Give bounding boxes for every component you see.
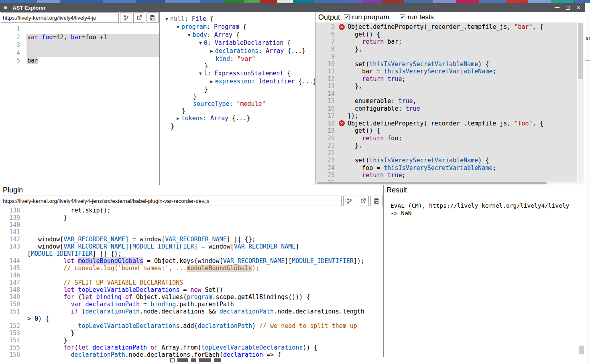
output-editor[interactable]: 5✕Object.defineProperty(_recorder_.tempf… — [315, 22, 577, 182]
ast-node-line[interactable]: ▶tokens: Array {...} — [160, 115, 315, 123]
code-line[interactable]: 12 return true; — [315, 75, 577, 83]
hamburger-menu-icon[interactable]: ≡ — [4, 4, 7, 11]
code-line[interactable]: 23 set(thisIsVererySecretVariableName) { — [315, 157, 577, 164]
ast-node-line[interactable]: ▼null: File { — [160, 15, 315, 23]
checkbox-run-program[interactable]: ✔run program — [344, 13, 389, 21]
code-line[interactable]: 139 } — [0, 214, 383, 221]
code-line[interactable]: 151 if (declarationPath.node.declaration… — [0, 308, 383, 315]
code-line[interactable]: 19 get() { — [315, 127, 577, 135]
code-line[interactable]: 147 // SPLIT UP VARIABLE DECLARATIONS — [0, 279, 383, 286]
close-button[interactable]: ✕ — [573, 3, 584, 12]
code-line[interactable]: 7 return bar; — [315, 38, 577, 46]
ast-node-line[interactable]: ▶declarations: Array {...} — [160, 47, 315, 55]
collapse-arrow-icon[interactable]: ▼ — [199, 70, 202, 77]
code-line[interactable]: 141 — [0, 229, 383, 236]
checkbox-box[interactable]: ✔ — [400, 14, 405, 20]
ast-node-line[interactable]: } — [160, 86, 315, 93]
ast-node-line[interactable]: } — [160, 123, 315, 130]
code-line[interactable]: 146 — [0, 272, 383, 279]
source-url-input[interactable] — [1, 12, 119, 23]
ast-node-line[interactable]: } — [160, 93, 315, 100]
code-line[interactable]: 15 enumerable: true, — [315, 97, 577, 105]
code-line[interactable]: 11 bar = thisIsVererySecretVariableName; — [315, 68, 577, 75]
code-line[interactable]: 6 get() { — [315, 31, 577, 38]
ast-node-line[interactable]: ▼1: ExpressionStatement { — [160, 70, 315, 78]
plugin-save-button[interactable] — [370, 196, 382, 206]
code-line[interactable]: 138 ret.skip(); — [0, 207, 383, 214]
output-vertical-scrollbar[interactable] — [578, 22, 584, 182]
code-line[interactable]: 156 declarationPath.node.declarations.fo… — [0, 351, 383, 357]
code-line[interactable]: 22 — [315, 150, 577, 157]
code-line[interactable]: 142 window[VAR_RECORDER_NAME] = window[V… — [0, 236, 383, 243]
checkbox-box[interactable]: ✔ — [344, 14, 350, 20]
background-edge-text: er — [585, 35, 590, 41]
code-line[interactable]: 148 let topLevelVariableDeclarations = n… — [0, 286, 383, 293]
collapse-arrow-icon[interactable]: ▼ — [177, 24, 179, 31]
ast-tree[interactable]: ▼null: File {▼program: Program {▼body: A… — [160, 15, 315, 130]
code-line[interactable]: 16 configurable: true — [315, 105, 577, 113]
code-line[interactable]: 2var foo=42, bar=foo +1 — [0, 34, 159, 42]
wallpaper-segment — [293, 0, 314, 3]
code-line[interactable]: 145 // console.log('bound names:', ...mo… — [0, 265, 383, 272]
scrollbar-thumb[interactable] — [317, 182, 547, 184]
code-line[interactable]: 25 return true; — [315, 172, 577, 179]
code-line[interactable]: 24 foo = thisIsVererySecretVariableName; — [315, 164, 577, 172]
collapse-arrow-icon[interactable]: ▼ — [199, 40, 202, 47]
expand-arrow-icon[interactable]: ▶ — [210, 78, 213, 85]
ast-node-line[interactable]: ▼0: VariableDeclaration { — [160, 39, 315, 47]
code-line[interactable]: 4 — [0, 49, 159, 57]
ast-node-line[interactable]: sourceType: "module" — [160, 100, 315, 107]
ast-node-line[interactable]: ▼body: Array { — [160, 31, 315, 39]
scrollbar-thumb[interactable] — [578, 23, 583, 79]
code-line[interactable]: 10 set(thisIsVererySecretVariableName) { — [315, 61, 577, 68]
code-line[interactable]: 150 var declarationPath = binding.path.p… — [0, 301, 383, 308]
code-line[interactable]: 143 window[VAR_RECORDER_NAME][MODULE_IDE… — [0, 243, 383, 250]
expand-arrow-icon[interactable]: ▶ — [177, 115, 179, 122]
code-line[interactable]: 144 let moduleBoundGlobals = Object.keys… — [0, 257, 383, 265]
expand-arrow-icon[interactable]: ▶ — [210, 48, 213, 55]
code-text: foo = thisIsVererySecretVariableName; — [347, 164, 577, 172]
code-line[interactable]: 152 topLevelVariableDeclarations.add(dec… — [0, 322, 383, 330]
ast-node-line[interactable]: ▶expression: Identifier {...} — [160, 78, 315, 86]
collapse-arrow-icon[interactable]: ▼ — [188, 32, 191, 39]
code-line[interactable]: 14 — [315, 90, 577, 98]
error-marker-icon[interactable]: ✕ — [339, 24, 345, 30]
versions-button[interactable] — [120, 12, 132, 23]
code-line[interactable]: 5✕Object.defineProperty(_recorder_.tempf… — [315, 23, 577, 31]
save-button[interactable] — [146, 12, 159, 23]
code-line[interactable]: 149 for (let binding of Object.values(pr… — [0, 293, 383, 301]
ast-node-line[interactable]: } — [160, 107, 315, 115]
code-line[interactable]: 18✕Object.defineProperty(_recorder_.temp… — [315, 120, 577, 127]
code-line[interactable]: 3 — [0, 41, 159, 49]
plugin-editor[interactable]: 138 ret.skip();139 }140141142 window[VAR… — [0, 206, 383, 357]
code-line[interactable]: 17}); — [315, 112, 577, 120]
code-line[interactable]: 5bar — [0, 57, 159, 65]
ast-node-line[interactable]: } — [160, 63, 315, 70]
code-line[interactable]: 154 } — [0, 337, 383, 344]
collapse-arrow-icon[interactable]: ▼ — [165, 16, 168, 23]
ast-node-line[interactable]: kind: "var" — [160, 55, 315, 63]
code-line[interactable]: 21 }, — [315, 142, 577, 150]
plugin-open-external-button[interactable] — [357, 196, 369, 206]
code-line[interactable]: 20 return foo; — [315, 135, 577, 142]
code-line[interactable]: [MODULE_IDENTIFIER] || {}; — [0, 250, 383, 257]
error-marker-icon[interactable]: ✕ — [339, 120, 345, 126]
code-line[interactable]: 155 for(let declarationPath of Array.fro… — [0, 344, 383, 351]
maximize-button[interactable] — [562, 3, 573, 12]
code-line[interactable]: 1 — [0, 26, 159, 34]
output-horizontal-scrollbar[interactable] — [315, 182, 585, 185]
open-external-button[interactable] — [133, 12, 145, 23]
code-line[interactable]: 8 }, — [315, 46, 577, 53]
plugin-url-input[interactable] — [1, 196, 342, 206]
code-line[interactable]: 9 — [315, 53, 577, 61]
code-line[interactable]: > 0) { — [0, 315, 383, 322]
source-editor[interactable]: 12var foo=42, bar=foo +1345bar — [0, 23, 159, 185]
code-line[interactable]: 13 }, — [315, 83, 577, 90]
minimize-button[interactable] — [551, 3, 562, 12]
code-line[interactable]: 153 } — [0, 330, 383, 337]
code-line[interactable]: 140 — [0, 221, 383, 229]
ast-node-line[interactable]: ▼program: Program { — [160, 23, 315, 31]
checkbox-run-tests[interactable]: ✔run tests — [400, 13, 434, 21]
titlebar[interactable]: ≡ AST Explorer ✕ — [0, 3, 585, 12]
plugin-versions-button[interactable] — [343, 196, 355, 206]
